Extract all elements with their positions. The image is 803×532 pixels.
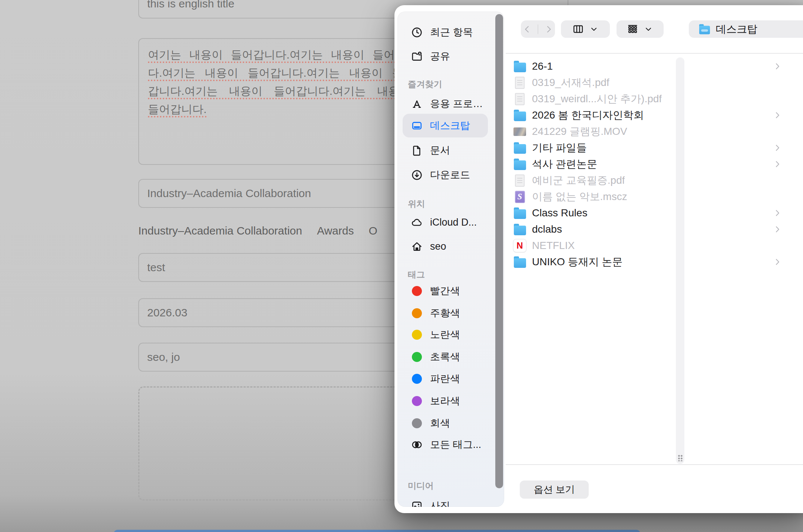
file-picker-dialog: 최근 항목공유즐겨찾기응용 프로…데스크탑문서다운로드위치iCloud D...… <box>394 5 803 513</box>
sidebar-item-회색[interactable]: 회색 <box>403 415 488 431</box>
file-name: 이름 없는 악보.mscz <box>532 190 627 204</box>
file-row[interactable]: 0319_서재석.pdf <box>513 74 673 91</box>
file-row[interactable]: S이름 없는 악보.mscz <box>513 189 673 205</box>
chevron-right-icon <box>773 225 782 234</box>
folder-icon <box>699 26 710 34</box>
file-row[interactable]: 26-1 <box>513 58 673 74</box>
category-option[interactable]: O <box>369 225 377 237</box>
tag-color-dot <box>410 350 423 363</box>
folder-icon <box>513 60 526 73</box>
sidebar-item-문서[interactable]: 문서 <box>403 142 488 159</box>
back-button[interactable] <box>522 24 532 35</box>
view-mode-button[interactable] <box>561 20 610 38</box>
submit-bar[interactable] <box>114 530 640 532</box>
desktop-icon <box>410 119 423 132</box>
folder-icon <box>513 223 526 236</box>
sidebar-item-label: 응용 프로… <box>430 97 483 110</box>
sidebar-item-label: 최근 항목 <box>430 26 473 39</box>
sidebar-item-응용-프로…[interactable]: 응용 프로… <box>403 96 488 112</box>
filelist-scrollbar[interactable] <box>676 57 684 464</box>
folder-icon <box>513 206 526 220</box>
sidebar-item-노란색[interactable]: 노란색 <box>403 326 488 343</box>
clock-icon <box>410 26 423 39</box>
sidebar-item-파란색[interactable]: 파란색 <box>403 370 488 387</box>
file-row[interactable]: 예비군 교육필증.pdf <box>513 172 673 189</box>
chevron-down-icon <box>589 24 599 34</box>
sidebar-item-label: 빨간색 <box>430 284 460 297</box>
sidebar-section-header: 위치 <box>408 198 425 209</box>
sidebar-item-iCloud-D...[interactable]: iCloud D... <box>403 214 488 230</box>
file-name: 기타 파일들 <box>532 141 587 155</box>
sidebar-item-label: 노란색 <box>430 328 460 341</box>
sidebar-item-label: iCloud D... <box>430 217 477 228</box>
sidebar-item-사진[interactable]: 사진 <box>403 498 488 507</box>
show-options-button[interactable]: 옵션 보기 <box>520 481 589 499</box>
mscz-icon: S <box>513 190 526 203</box>
sidebar-item-초록색[interactable]: 초록색 <box>403 349 488 365</box>
appstore-icon <box>410 97 423 110</box>
file-row[interactable]: NNETFLIX <box>513 237 673 254</box>
file-row[interactable]: 0319_weirdl...시안 추가).pdf <box>513 91 673 107</box>
file-row[interactable]: dclabs <box>513 221 673 237</box>
file-name: 0319_서재석.pdf <box>532 76 609 90</box>
pdf-icon <box>513 174 526 187</box>
sidebar-item-공유[interactable]: 공유 <box>403 48 488 64</box>
file-name: 26-1 <box>532 60 553 72</box>
file-row[interactable]: 석사 관련논문 <box>513 156 673 172</box>
chevron-right-icon <box>773 61 782 71</box>
file-row[interactable]: 241229 글램핑.MOV <box>513 123 673 140</box>
document-icon <box>410 144 423 157</box>
dialog-sidebar: 최근 항목공유즐겨찾기응용 프로…데스크탑문서다운로드위치iCloud D...… <box>397 11 504 507</box>
file-row[interactable]: 2026 봄 한국디자인학회 <box>513 107 673 123</box>
folder-icon <box>513 141 526 154</box>
sidebar-item-label: 문서 <box>430 144 450 157</box>
group-mode-button[interactable] <box>617 20 664 38</box>
sidebar-item-label: 사진 <box>430 499 450 507</box>
file-row[interactable]: Class Rules <box>513 205 673 221</box>
sidebar-item-데스크탑[interactable]: 데스크탑 <box>403 114 488 137</box>
file-row[interactable]: 기타 파일들 <box>513 140 673 156</box>
sidebar-item-label: 주황색 <box>430 306 460 320</box>
sidebar-item-빨간색[interactable]: 빨간색 <box>403 283 488 299</box>
resize-grip-icon[interactable] <box>678 455 683 461</box>
sidebar-item-주황색[interactable]: 주황색 <box>403 305 488 321</box>
location-dropdown[interactable]: 데스크탑 <box>689 20 803 38</box>
tag-color-dot <box>410 328 423 341</box>
chevron-right-icon <box>773 159 782 169</box>
cloud-icon <box>410 216 423 229</box>
footer-divider <box>506 464 803 465</box>
tag-color-dot <box>410 417 423 429</box>
sidebar-item-보라색[interactable]: 보라색 <box>403 393 488 409</box>
chevron-down-icon <box>644 24 653 34</box>
file-name: dclabs <box>532 223 562 235</box>
sidebar-scrollbar[interactable] <box>495 14 503 488</box>
file-name: 241229 글램핑.MOV <box>532 124 627 139</box>
file-name: UNIKO 등재지 논문 <box>532 255 622 269</box>
chevron-right-icon <box>773 143 782 153</box>
columns-view-icon <box>572 23 584 35</box>
netflix-icon: N <box>513 239 526 252</box>
file-name: 석사 관련논문 <box>532 157 597 171</box>
sidebar-item-seo[interactable]: seo <box>403 238 488 255</box>
sidebar-item-모든-태그...[interactable]: 모든 태그... <box>403 436 488 453</box>
folder-icon <box>513 157 526 171</box>
file-row[interactable]: UNIKO 등재지 논문 <box>513 254 673 270</box>
sidebar-item-다운로드[interactable]: 다운로드 <box>403 167 488 183</box>
group-view-icon <box>627 23 638 35</box>
tag-color-dot <box>410 372 423 385</box>
tag-color-dot <box>410 285 423 297</box>
category-option[interactable]: Awards <box>317 225 354 237</box>
forward-button[interactable] <box>543 24 554 35</box>
sidebar-item-label: 데스크탑 <box>430 119 470 132</box>
tag-color-dot <box>410 307 423 319</box>
chevron-right-icon <box>773 208 782 218</box>
file-name: 0319_weirdl...시안 추가).pdf <box>532 92 662 106</box>
sidebar-item-label: seo <box>430 241 446 252</box>
sidebar-item-label: 공유 <box>430 50 450 63</box>
sidebar-item-label: 모든 태그... <box>430 438 481 451</box>
sidebar-item-최근-항목[interactable]: 최근 항목 <box>403 24 488 40</box>
category-option[interactable]: Industry–Academia Collaboration <box>138 225 302 237</box>
sidebar-item-label: 보라색 <box>430 394 460 408</box>
photos-icon <box>410 499 423 507</box>
folder-icon <box>513 255 526 269</box>
